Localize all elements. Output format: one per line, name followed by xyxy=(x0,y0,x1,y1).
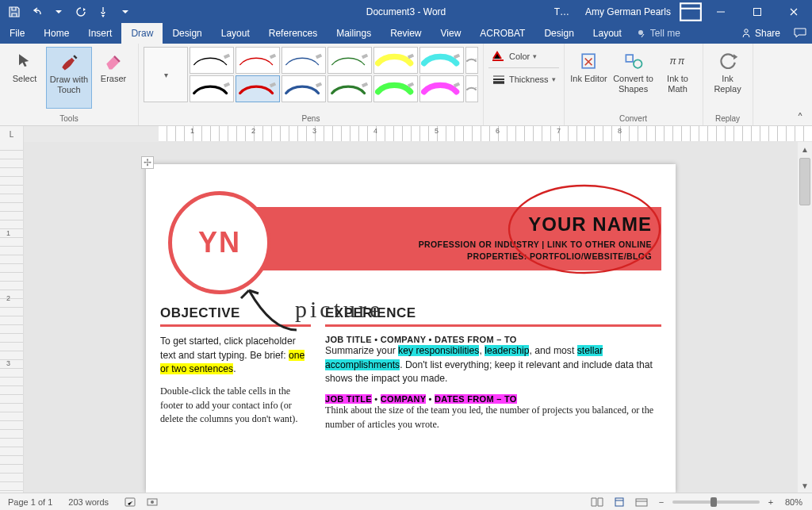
tab-home[interactable]: Home xyxy=(34,23,79,44)
group-label-replay: Replay xyxy=(708,113,748,125)
macro-status-icon[interactable] xyxy=(144,495,161,509)
table-anchor-icon[interactable]: ✢ xyxy=(141,156,154,169)
tab-view[interactable]: View xyxy=(431,23,471,44)
status-page[interactable]: Page 1 of 1 xyxy=(0,497,60,507)
vertical-scrollbar[interactable]: ▲ ▼ xyxy=(798,142,812,493)
ink-replay-button[interactable]: Ink Replay xyxy=(708,47,748,109)
pen-swatch[interactable] xyxy=(282,47,326,74)
pen-swatch[interactable] xyxy=(465,75,478,102)
pen-swatch[interactable] xyxy=(327,75,372,102)
status-word-count[interactable]: 203 words xyxy=(60,497,117,507)
pen-swatch[interactable] xyxy=(327,47,372,74)
objective-heading[interactable]: OBJECTIVE xyxy=(160,305,311,321)
share-button[interactable]: Share xyxy=(733,23,788,44)
svg-text:π: π xyxy=(678,56,685,67)
svg-rect-1 xyxy=(754,8,761,15)
redo-icon[interactable] xyxy=(70,1,92,23)
objective-p1[interactable]: To get started, click placeholder text a… xyxy=(160,335,311,377)
pen-swatch[interactable] xyxy=(373,47,418,74)
group-convert: Ink Editor Convert to Shapes ππ Ink to M… xyxy=(565,44,703,125)
svg-rect-4 xyxy=(492,59,504,61)
save-icon[interactable] xyxy=(3,1,25,23)
pen-swatch[interactable] xyxy=(373,75,418,102)
job2-title-line[interactable]: JOB TITLE • COMPANY • DATES FROM – TO xyxy=(325,394,661,404)
page[interactable]: ✢ YOUR NAME PROFESSION OR INDUSTRY | LIN… xyxy=(146,164,676,493)
touch-mode-icon[interactable] xyxy=(92,1,114,23)
tab-file[interactable]: File xyxy=(0,23,34,44)
tab-review[interactable]: Review xyxy=(381,23,431,44)
page-area[interactable]: ✢ YOUR NAME PROFESSION OR INDUSTRY | LIN… xyxy=(24,142,798,493)
vertical-ruler[interactable]: 123 xyxy=(0,142,24,493)
zoom-slider[interactable] xyxy=(672,500,760,504)
tab-table-design[interactable]: Design xyxy=(534,23,583,44)
tab-insert[interactable]: Insert xyxy=(79,23,121,44)
ribbon-display-options-icon[interactable] xyxy=(679,0,703,23)
qat-customize-icon[interactable] xyxy=(114,1,136,23)
ribbon-tabs: File Home Insert Draw Design Layout Refe… xyxy=(0,23,812,44)
pen-swatch[interactable] xyxy=(236,47,280,74)
read-mode-icon[interactable] xyxy=(588,495,606,509)
pen-gallery-more[interactable]: ▾ xyxy=(144,47,188,102)
select-button[interactable]: Select xyxy=(5,47,44,109)
scroll-thumb[interactable] xyxy=(799,158,810,205)
web-layout-icon[interactable] xyxy=(633,495,650,509)
pen-color-dropdown[interactable]: Color▾ xyxy=(488,50,559,63)
header-band[interactable]: YOUR NAME PROFESSION OR INDUSTRY | LINK … xyxy=(247,207,661,270)
svg-rect-6 xyxy=(626,55,633,62)
tab-references[interactable]: References xyxy=(259,23,327,44)
group-label-pens: Pens xyxy=(144,113,478,125)
tab-design[interactable]: Design xyxy=(163,23,211,44)
tell-me-search[interactable]: Tell me xyxy=(636,23,680,44)
print-layout-icon[interactable] xyxy=(611,495,628,509)
scroll-down-icon[interactable]: ▼ xyxy=(798,478,812,493)
spelling-status-icon[interactable] xyxy=(121,495,139,509)
comments-icon[interactable] xyxy=(788,23,812,44)
window-maximize-button[interactable] xyxy=(739,0,776,23)
pen-swatch[interactable] xyxy=(465,47,478,74)
undo-icon[interactable] xyxy=(25,1,48,23)
user-name[interactable]: Amy German Pearls xyxy=(577,6,679,17)
group-pen-format: Color▾ Thickness▾ xyxy=(484,44,565,125)
pen-thickness-dropdown[interactable]: Thickness▾ xyxy=(488,73,559,86)
status-bar: Page 1 of 1 203 words − + 80% xyxy=(0,493,812,510)
svg-point-7 xyxy=(634,59,642,68)
window-close-button[interactable] xyxy=(776,0,812,23)
zoom-out-button[interactable]: − xyxy=(655,497,668,507)
pen-swatch[interactable] xyxy=(419,75,464,102)
job1-desc[interactable]: Summarize your key responsibilities, lea… xyxy=(325,344,661,386)
draw-with-touch-button[interactable]: Draw with Touch xyxy=(46,47,92,109)
job2-desc[interactable]: Think about the size of the team you led… xyxy=(325,404,661,431)
initials-circle[interactable]: YN xyxy=(168,191,271,294)
svg-rect-0 xyxy=(680,3,701,20)
convert-to-shapes-button[interactable]: Convert to Shapes xyxy=(611,47,657,109)
tab-mailings[interactable]: Mailings xyxy=(327,23,381,44)
subtitle[interactable]: PROFESSION OR INDUSTRY | LINK TO OTHER O… xyxy=(419,239,652,262)
zoom-in-button[interactable]: + xyxy=(764,497,777,507)
group-pens: ▾ Pens xyxy=(139,44,484,125)
job1-title-line[interactable]: JOB TITLE • COMPANY • DATES FROM – TO xyxy=(325,335,661,344)
tab-layout[interactable]: Layout xyxy=(212,23,259,44)
pen-swatch[interactable] xyxy=(419,47,464,74)
eraser-button[interactable]: Eraser xyxy=(94,47,133,109)
pen-swatch[interactable] xyxy=(282,75,326,102)
group-label-tools: Tools xyxy=(5,113,133,125)
name-heading[interactable]: YOUR NAME xyxy=(528,213,652,236)
pen-swatch[interactable] xyxy=(190,75,234,102)
user-name-truncated[interactable]: T… xyxy=(546,6,577,17)
undo-more-icon[interactable] xyxy=(48,1,70,23)
pen-swatch[interactable] xyxy=(190,47,234,74)
group-replay: Ink Replay Replay xyxy=(703,44,753,125)
ink-to-math-button[interactable]: ππ Ink to Math xyxy=(658,47,698,109)
scroll-up-icon[interactable]: ▲ xyxy=(798,142,812,156)
window-minimize-button[interactable] xyxy=(703,0,739,23)
tab-table-layout[interactable]: Layout xyxy=(584,23,631,44)
pen-swatch[interactable] xyxy=(236,75,280,102)
horizontal-ruler[interactable]: L 12345678 xyxy=(0,126,812,142)
tab-acrobat[interactable]: ACROBAT xyxy=(470,23,534,44)
zoom-level[interactable]: 80% xyxy=(782,497,806,507)
tab-draw[interactable]: Draw xyxy=(121,23,163,44)
objective-p2[interactable]: Double-click the table cells in the foot… xyxy=(160,385,311,427)
collapse-ribbon-icon[interactable]: ˄ xyxy=(793,111,807,125)
ink-editor-button[interactable]: Ink Editor xyxy=(569,47,609,109)
document-workspace: 123 ✢ YOUR NAME PROFESSION OR INDUSTRY |… xyxy=(0,142,812,493)
